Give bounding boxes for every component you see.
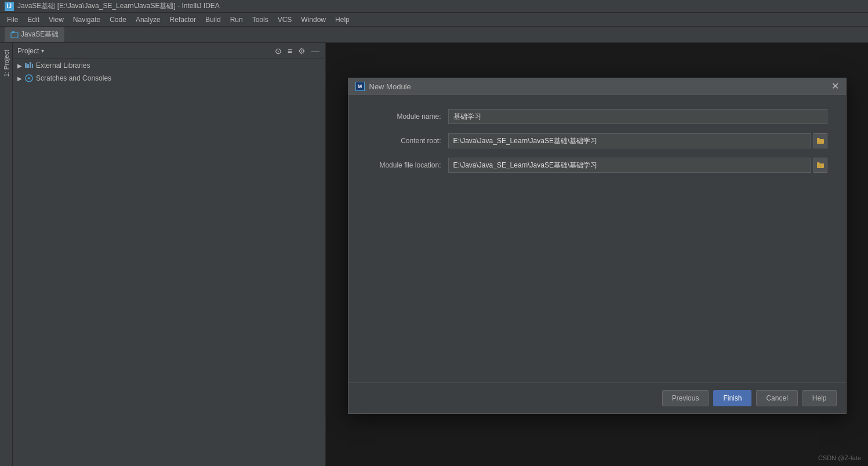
expand-arrow-2: ▶ xyxy=(17,75,22,82)
content-root-input[interactable] xyxy=(448,133,811,148)
modal-body: Module name: Content root: xyxy=(348,95,846,383)
svg-rect-4 xyxy=(30,62,31,68)
svg-rect-3 xyxy=(27,64,29,68)
menu-window[interactable]: Window xyxy=(296,14,331,25)
new-module-dialog: M New Module ✕ Module name: xyxy=(348,78,847,414)
module-name-input[interactable] xyxy=(448,109,827,124)
menu-view[interactable]: View xyxy=(44,14,68,25)
expand-arrow: ▶ xyxy=(17,63,22,69)
module-file-browse-button[interactable] xyxy=(813,158,827,173)
modal-header: M New Module ✕ xyxy=(348,78,846,95)
menu-vcs[interactable]: VCS xyxy=(273,14,297,25)
modal-footer: Previous Finish Cancel Help xyxy=(348,383,846,413)
scratches-label: Scratches and Consoles xyxy=(36,74,111,82)
menu-tools[interactable]: Tools xyxy=(248,14,273,25)
project-dropdown-label[interactable]: Project xyxy=(17,47,39,55)
title-bar: IJ JavaSE基础 [E:\Java\Java_SE_Learn\JavaS… xyxy=(0,0,868,13)
modal-title-text: New Module xyxy=(369,82,411,91)
tab-label: JavaSE基础 xyxy=(21,30,59,39)
watermark: CSDN @Z-fate xyxy=(818,454,861,461)
svg-rect-0 xyxy=(11,32,18,38)
svg-rect-5 xyxy=(32,64,33,68)
title-bar-text: JavaSE基础 [E:\Java\Java_SE_Learn\JavaSE基础… xyxy=(17,1,220,11)
menu-file[interactable]: File xyxy=(2,14,23,25)
external-libraries-icon xyxy=(24,61,34,70)
svg-rect-7 xyxy=(817,139,824,144)
folder-icon-2 xyxy=(816,161,825,169)
side-panel-header: Project ▾ ⊙ ≡ ⚙ — xyxy=(13,43,325,59)
menu-help[interactable]: Help xyxy=(331,14,354,25)
project-tab[interactable]: JavaSE基础 xyxy=(5,27,64,42)
content-root-browse-button[interactable] xyxy=(813,133,827,148)
content-root-row: Content root: xyxy=(367,133,827,148)
content-root-input-wrap xyxy=(448,133,827,148)
modal-title: M New Module xyxy=(355,82,411,91)
module-file-input-wrap xyxy=(448,158,827,173)
modal-icon: M xyxy=(355,82,365,91)
menu-edit[interactable]: Edit xyxy=(23,14,44,25)
module-file-row: Module file location: xyxy=(367,158,827,173)
panel-actions: ⊙ ≡ ⚙ — xyxy=(274,45,321,57)
folder-icon xyxy=(816,137,825,145)
module-name-input-wrap xyxy=(448,109,827,124)
menu-refactor[interactable]: Refactor xyxy=(165,14,201,25)
module-icon xyxy=(10,31,19,39)
previous-button[interactable]: Previous xyxy=(662,390,709,406)
module-file-label: Module file location: xyxy=(367,161,448,169)
locate-icon[interactable]: ⊙ xyxy=(274,45,283,57)
content-area: M New Module ✕ Module name: xyxy=(326,43,868,466)
collapse-icon[interactable]: ≡ xyxy=(286,45,293,57)
menu-code[interactable]: Code xyxy=(105,14,131,25)
tree-item-scratches[interactable]: ▶ Scratches and Consoles xyxy=(13,72,325,85)
modal-overlay: M New Module ✕ Module name: xyxy=(326,43,868,466)
menu-analyze[interactable]: Analyze xyxy=(131,14,165,25)
scratches-icon xyxy=(24,74,34,83)
module-name-label: Module name: xyxy=(367,112,448,121)
main-layout: 1: Project Project ▾ ⊙ ≡ ⚙ — ▶ xyxy=(0,43,868,466)
menu-run[interactable]: Run xyxy=(226,14,248,25)
left-tabs: 1: Project xyxy=(0,43,13,466)
settings-icon[interactable]: ⚙ xyxy=(297,45,307,57)
menu-navigate[interactable]: Navigate xyxy=(68,14,105,25)
side-panel: Project ▾ ⊙ ≡ ⚙ — ▶ External Libraries ▶ xyxy=(13,43,326,466)
external-libraries-label: External Libraries xyxy=(36,61,90,70)
module-file-input[interactable] xyxy=(448,158,811,173)
close-button[interactable]: ✕ xyxy=(831,82,839,91)
tab-bar: JavaSE基础 xyxy=(0,27,868,43)
svg-rect-2 xyxy=(25,63,27,68)
hide-icon[interactable]: — xyxy=(310,45,321,57)
side-panel-title: Project ▾ xyxy=(17,47,44,55)
help-button[interactable]: Help xyxy=(802,390,837,406)
app-icon: IJ xyxy=(5,2,14,11)
svg-rect-8 xyxy=(817,163,824,168)
project-dropdown-arrow[interactable]: ▾ xyxy=(41,48,44,54)
content-root-label: Content root: xyxy=(367,137,448,145)
menu-build[interactable]: Build xyxy=(201,14,226,25)
menu-bar: File Edit View Navigate Code Analyze Ref… xyxy=(0,13,868,27)
finish-button[interactable]: Finish xyxy=(713,390,751,406)
svg-rect-1 xyxy=(12,31,14,33)
cancel-button[interactable]: Cancel xyxy=(756,390,797,406)
module-name-row: Module name: xyxy=(367,109,827,124)
project-panel-tab[interactable]: 1: Project xyxy=(1,45,12,81)
tree-item-external-libraries[interactable]: ▶ External Libraries xyxy=(13,59,325,72)
